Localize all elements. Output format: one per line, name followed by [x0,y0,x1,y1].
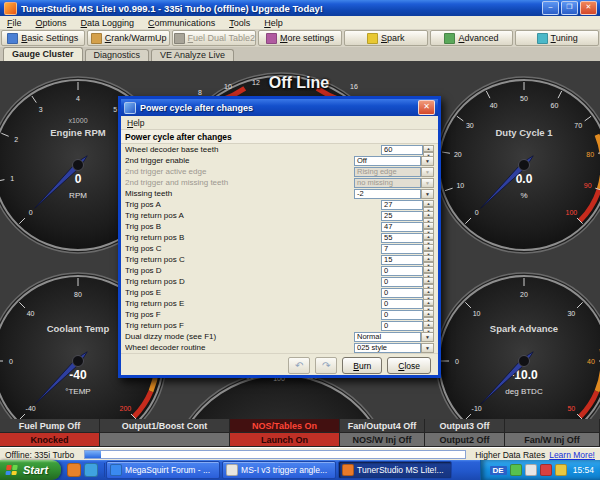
toolbar-tuning[interactable]: Tuning [515,30,599,46]
field-label: Trig return pos F [125,321,381,330]
minimize-button[interactable]: – [542,1,559,15]
2nd-trigger-enable-select[interactable]: Off▼ [354,156,434,166]
menu-communications[interactable]: Communications [141,18,222,28]
indicator-fan-output4-off[interactable]: Fan/Output4 Off [340,419,425,433]
burn-button[interactable]: Burn [342,357,382,374]
menu-options[interactable]: Options [29,18,74,28]
task-tunerstudio-ms-lite[interactable]: TunerStudio MS Lite!... [338,461,452,479]
spinner-up-icon[interactable]: ▲ [423,145,434,152]
browser-icon[interactable] [67,463,81,477]
spinner-up-icon[interactable]: ▲ [423,299,434,306]
spinner-up-icon[interactable]: ▲ [423,200,434,207]
trig-pos-b-spinner[interactable]: 47▲▼ [381,222,434,232]
dialog-row-trig-return-pos-f: Trig return pos F0▲▼ [121,320,438,331]
indicator-launch-on[interactable]: Launch On [230,433,340,447]
messenger-icon[interactable] [525,464,537,476]
indicator-output2-off[interactable]: Output2 Off [425,433,505,447]
toolbar-crank-warmup[interactable]: Crank/WarmUp [87,30,171,46]
dual-dizzy-mode-see-f1-select[interactable]: Normal▼ [354,332,434,342]
indicator-item[interactable] [505,419,600,433]
tab-diagnostics[interactable]: Diagnostics [85,49,150,61]
undo-button[interactable]: ↶ [288,357,310,374]
trig-return-pos-a-spinner[interactable]: 25▲▼ [381,211,434,221]
task-megasquirt-forum[interactable]: MegaSquirt Forum - ... [106,461,220,479]
svg-text:70: 70 [574,122,582,129]
update-icon[interactable] [555,464,567,476]
spinner-up-icon[interactable]: ▲ [423,233,434,240]
dropdown-arrow-icon[interactable]: ▼ [421,343,434,353]
indicator-fuel-pump-off[interactable]: Fuel Pump Off [0,419,100,433]
trig-return-pos-f-spinner[interactable]: 0▲▼ [381,321,434,331]
indicator-output3-off[interactable]: Output3 Off [425,419,505,433]
dialog-close-button[interactable]: ✕ [418,100,435,115]
task-ms-i-v3-trigger-angle[interactable]: MS-I v3 trigger angle... [222,461,336,479]
spinner-value: 0 [381,299,423,309]
dropdown-arrow-icon: ▼ [421,167,434,177]
spinner-up-icon[interactable]: ▲ [423,222,434,229]
indicator-item[interactable] [100,433,230,447]
redo-button[interactable]: ↷ [315,357,337,374]
wheel-decoder-routine-select[interactable]: 025 style▼ [354,343,434,353]
trig-return-pos-c-spinner[interactable]: 15▲▼ [381,255,434,265]
logo-square [11,470,17,475]
learn-more-link[interactable]: Learn More! [549,450,600,460]
spinner-up-icon[interactable]: ▲ [423,277,434,284]
spinner-value: 25 [381,211,423,221]
start-button[interactable]: Start [0,460,61,480]
spinner-up-icon[interactable]: ▲ [423,211,434,218]
spinner-up-icon[interactable]: ▲ [423,288,434,295]
field-label: Trig pos B [125,222,381,231]
toolbar-spark[interactable]: Spark [344,30,428,46]
indicator-nos-tables-on[interactable]: NOS/Tables On [230,419,340,433]
dialog-button-row: ↶ ↷ Burn Close [121,353,438,377]
dropdown-arrow-icon[interactable]: ▼ [421,332,434,342]
indicator-knocked[interactable]: Knocked [0,433,100,447]
menu-help[interactable]: Help [257,18,290,28]
media-player-icon[interactable] [84,463,98,477]
spinner-up-icon[interactable]: ▲ [423,310,434,317]
dialog-menu-bar: Help [121,116,438,130]
trig-pos-e-spinner[interactable]: 0▲▼ [381,288,434,298]
dialog-title-bar[interactable]: Power cycle after changes ✕ [121,99,438,116]
spinner-up-icon[interactable]: ▲ [423,266,434,273]
menu-data-logging[interactable]: Data Logging [74,18,142,28]
spinner-up-icon[interactable]: ▲ [423,244,434,251]
network-icon[interactable] [510,464,522,476]
toolbar-fuel-dual-table2[interactable]: Fuel Dual Table2 [172,30,256,46]
select-value: -2 [354,189,421,199]
tuning-icon [537,33,548,44]
toolbar-basic-settings[interactable]: Basic Settings [1,30,85,46]
dialog-close-action-button[interactable]: Close [387,357,431,374]
trig-pos-d-spinner[interactable]: 0▲▼ [381,266,434,276]
trig-return-pos-d-spinner[interactable]: 0▲▼ [381,277,434,287]
indicator-nos-w-inj-off[interactable]: NOS/W Inj Off [340,433,425,447]
language-indicator[interactable]: DE [490,466,507,475]
indicator-output1-boost-cont[interactable]: Output1/Boost Cont [100,419,230,433]
wheel-decoder-base-teeth-spinner[interactable]: 60▲▼ [381,145,434,155]
close-button[interactable]: ✕ [580,1,597,15]
field-label: Trig pos E [125,288,381,297]
dropdown-arrow-icon[interactable]: ▼ [421,156,434,166]
title-bar[interactable]: TunerStudio MS Lite! v0.999.1 - 335i Tur… [0,0,600,16]
trig-return-pos-b-spinner[interactable]: 55▲▼ [381,233,434,243]
menu-tools[interactable]: Tools [222,18,257,28]
trig-pos-f-spinner[interactable]: 0▲▼ [381,310,434,320]
indicator-fan-w-inj-off[interactable]: Fan/W Inj Off [505,433,600,447]
trig-return-pos-e-spinner[interactable]: 0▲▼ [381,299,434,309]
tab-ve-analyze-live[interactable]: VE Analyze Live [151,49,234,61]
spinner-up-icon[interactable]: ▲ [423,321,434,328]
missing-teeth-select[interactable]: -2▼ [354,189,434,199]
toolbar-advanced[interactable]: Advanced [430,30,514,46]
trig-pos-a-spinner[interactable]: 27▲▼ [381,200,434,210]
spinner-up-icon[interactable]: ▲ [423,255,434,262]
menu-file[interactable]: File [0,18,29,28]
tab-gauge-cluster[interactable]: Gauge Cluster [3,47,83,61]
spinner-buttons: ▲▼ [423,200,434,210]
dropdown-arrow-icon[interactable]: ▼ [421,189,434,199]
alert-icon[interactable] [540,464,552,476]
dialog-menu-help[interactable]: Help [121,118,150,128]
trig-pos-c-spinner[interactable]: 7▲▼ [381,244,434,254]
toolbar-more-settings[interactable]: More settings [258,30,342,46]
gauge-spark-units: deg BTDC [505,387,543,396]
maximize-button[interactable]: ❐ [561,1,578,15]
